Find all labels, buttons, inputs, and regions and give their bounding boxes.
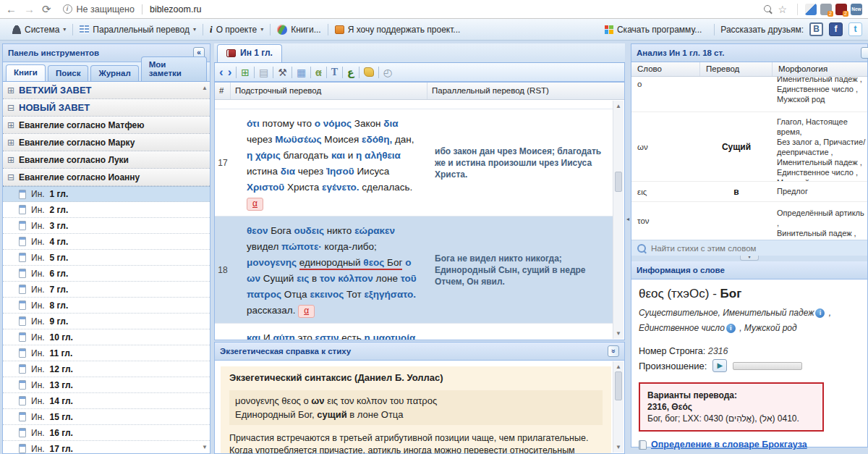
column-word[interactable]: Слово [631,62,700,76]
chapter-2 гл.[interactable]: Ин.2 гл. [3,202,210,218]
extension-shield-icon[interactable]: 2 [835,4,847,15]
tab-Мои заметки[interactable]: Мои заметки [141,56,207,81]
grid-scrollbar[interactable]: ▲ ▼ [613,101,624,339]
bookmark-scroll-icon[interactable] [364,67,374,77]
collapse-exegetical-button[interactable]: « [608,345,619,357]
vk-share-button[interactable]: B [809,22,823,36]
menu-item-system[interactable]: Система▾ [6,22,72,37]
verse-row[interactable]: α [215,100,613,109]
browser-reload-icon[interactable]: ⟳ [42,3,51,16]
column-parallel[interactable]: Параллельный перевод (RST) [427,83,624,99]
chapter-3 гл.[interactable]: Ин.3 гл. [3,218,210,234]
splitter-grip-icon[interactable]: ◂ [626,216,629,222]
hide-interlinear-icon[interactable]: α [315,67,322,78]
play-audio-button[interactable]: ▶ [712,359,727,372]
tab-Книги[interactable]: Книги [6,64,46,81]
zoom-page-icon[interactable] [764,5,772,13]
chapter-6 гл.[interactable]: Ин.6 гл. [3,266,210,282]
menu-item-parallel[interactable]: Параллельный перевод▾ [73,22,203,37]
extension-adblock-icon[interactable]: 2 [820,4,832,15]
history-clock-icon[interactable]: ◴ [383,67,392,78]
horizontal-splitter[interactable]: ▾ [631,256,867,261]
chapter-10 гл.[interactable]: Ин.10 гл. [3,329,210,345]
info-icon[interactable]: i [726,324,736,333]
tree-group-НОВЫЙ ЗАВЕТ[interactable]: ⊟НОВЫЙ ЗАВЕТ [3,99,210,117]
verse-row[interactable]: και И αύτη это εστιν есть η μαρτυρία сви… [215,324,613,340]
chapter-8 гл.[interactable]: Ин.8 гл. [3,298,210,314]
verse-row[interactable]: 17ότι потому что ο νόμος Закон δια через… [215,109,613,217]
column-morphology[interactable]: Морфология [773,62,867,76]
tools-icon[interactable]: ⚒ [278,67,287,78]
expand-node-icon[interactable]: ⊞ [7,85,14,96]
lexeme-icon[interactable]: ع [347,67,354,78]
text-format-icon[interactable]: T [331,67,338,78]
collapse-node-icon[interactable]: ⊟ [7,103,14,113]
browser-forward-icon[interactable]: → [24,3,35,15]
analysis-row-εις[interactable]: ειςвПредлог [631,181,867,201]
chapter-16 гл.[interactable]: Ин.16 гл. [3,425,210,441]
center-right-splitter[interactable]: ◂ [626,43,630,454]
word-search-bar[interactable] [631,240,867,256]
scroll-thumb[interactable] [615,172,622,192]
forward-icon[interactable]: › [228,67,232,78]
chapter-12 гл.[interactable]: Ин.12 гл. [3,361,210,377]
scroll-down-icon[interactable]: ▼ [613,330,624,337]
new-document-icon[interactable]: ▤ [259,67,268,78]
analysis-row-ων[interactable]: ωνСущийГлагол, Настоящее время, Без зало… [631,112,867,181]
verse-analysis-button[interactable]: α [298,305,315,318]
tree-group-Евангелие согласно Матфею[interactable]: ⊞Евангелие согласно Матфею [3,117,210,134]
chapter-15 гл.[interactable]: Ин.15 гл. [3,409,210,425]
collapse-node-icon[interactable]: ⊟ [7,172,14,182]
search-input[interactable] [651,244,861,253]
expand-node-icon[interactable]: ⊞ [7,155,14,165]
verse-row[interactable]: 18θεον Бога ουδεις никто εώρακεν увидел … [215,217,613,324]
address-bar[interactable]: i Не защищено biblezoom.ru [63,4,202,14]
analysis-row-о[interactable]: оИменительный падеж , Единственное число… [631,77,867,112]
verse-analysis-button[interactable]: α [247,198,263,211]
back-icon[interactable]: ‹ [219,67,224,78]
scroll-up-icon[interactable]: ▲ [613,103,624,109]
tree-group-Евангелие согласно Марку[interactable]: ⊞Евангелие согласно Марку [3,134,210,151]
info-icon[interactable]: i [815,308,825,318]
scroll-thumb[interactable] [615,371,622,400]
twitter-share-button[interactable]: t [848,22,862,36]
column-interlinear[interactable]: Подстрочный перевод [231,83,427,99]
add-note-icon[interactable]: ⊞ [241,67,250,78]
url-text[interactable]: biblezoom.ru [150,4,202,14]
scroll-up-icon[interactable]: ▲ [613,363,624,370]
tree-group-Евангелие согласно Иоанну[interactable]: ⊟Евангелие согласно Иоанну [3,169,210,186]
extension-picker-icon[interactable] [805,4,817,15]
bookmark-star-icon[interactable]: ☆ [778,4,787,15]
browser-back-icon[interactable]: ← [6,3,17,15]
dictionary-link[interactable]: Определение в словаре Брокгауза [651,440,807,450]
audio-progress-bar[interactable] [733,362,802,370]
collapse-analysis-button[interactable] [861,47,868,59]
column-number[interactable]: # [215,83,231,99]
menu-item-support[interactable]: Я хочу поддержать проект... [328,22,467,37]
chapter-5 гл.[interactable]: Ин.5 гл. [3,250,210,266]
chapter-17 гл.[interactable]: Ин.17 гл. [3,441,210,453]
expand-node-icon[interactable]: ⊞ [7,120,14,130]
menu-download-program[interactable]: Скачать программу... [598,22,708,37]
expand-node-icon[interactable]: ⊞ [7,138,14,148]
chapter-11 гл.[interactable]: Ин.11 гл. [3,345,210,361]
chapter-1 гл.[interactable]: Ин.1 гл. [3,186,210,202]
extension-new-icon[interactable]: New [851,4,862,15]
chapter-7 гл.[interactable]: Ин.7 гл. [3,282,210,298]
tree-group-ВЕТХИЙ ЗАВЕТ[interactable]: ⊞ВЕТХИЙ ЗАВЕТ [3,82,210,99]
chapter-9 гл.[interactable]: Ин.9 гл. [3,314,210,329]
exegetical-scrollbar[interactable]: ▲ ▼ [613,361,624,453]
menu-item-about[interactable]: iО проекте▾ [203,22,270,38]
tree-group-Евангелие согласно Луки[interactable]: ⊞Евангелие согласно Луки [3,151,210,169]
chapter-14 гл.[interactable]: Ин.14 гл. [3,393,210,409]
tab-Поиск[interactable]: Поиск [48,65,89,81]
analysis-row-τον[interactable]: τονОпределённый артикль , Винительный па… [631,201,867,240]
tree-scroll-down-icon[interactable]: ▼ [202,444,208,450]
columns-icon[interactable]: ▦ [297,67,306,78]
scroll-down-icon[interactable]: ▼ [613,444,624,450]
column-translation[interactable]: Перевод [700,62,773,76]
chapter-4 гл.[interactable]: Ин.4 гл. [3,234,210,250]
chapter-13 гл.[interactable]: Ин.13 гл. [3,377,210,393]
tab-john-1[interactable]: Ин 1 гл. [217,44,282,62]
tab-Журнал[interactable]: Журнал [90,65,138,81]
